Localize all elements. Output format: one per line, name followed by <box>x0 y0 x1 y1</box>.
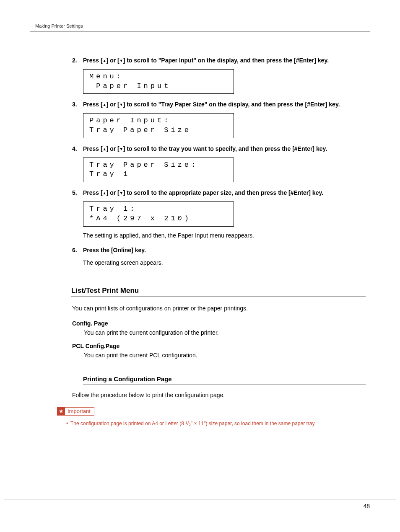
content-area: 2. Press [▲] or [▼] to scroll to "Paper … <box>72 57 366 427</box>
t: ] to scroll to "Paper Input" on the disp… <box>123 57 329 64</box>
subsection-heading: Printing a Configuration Page <box>83 375 366 385</box>
header-rule <box>30 31 370 31</box>
term-desc: You can print the current PCL configurat… <box>84 352 366 359</box>
step-number: 5. <box>72 189 83 196</box>
step-number: 4. <box>72 145 83 152</box>
lcd-display: Paper Input: Tray Paper Size <box>83 113 234 138</box>
step-instruction: 5. Press [▲] or [▼] to scroll to the app… <box>72 189 366 197</box>
step-6: 6. Press the [Online] key. The operating… <box>72 246 366 267</box>
t: The configuration page is printed on A4 … <box>70 421 185 426</box>
t: ] or [ <box>106 101 119 108</box>
term: PCL Config.Page <box>72 343 366 349</box>
up-triangle-icon: ▲ <box>103 191 106 195</box>
step-text: Press the [Online] key. <box>83 246 366 255</box>
up-triangle-icon: ▲ <box>103 147 106 151</box>
step-2: 2. Press [▲] or [▼] to scroll to "Paper … <box>72 57 366 94</box>
step-text: Press [▲] or [▼] to scroll to the approp… <box>83 189 366 197</box>
step-5: 5. Press [▲] or [▼] to scroll to the app… <box>72 189 366 240</box>
down-triangle-icon: ▼ <box>119 191 123 195</box>
page-container: Making Printer Settings 2. Press [▲] or … <box>0 0 400 444</box>
step-number: 2. <box>72 57 83 64</box>
term: Config. Page <box>72 320 366 327</box>
step-result: The operating screen appears. <box>83 259 366 267</box>
step-text: Press [▲] or [▼] to scroll to "Tray Pape… <box>83 101 366 109</box>
important-note: • The configuration page is printed on A… <box>64 420 366 428</box>
t: Press [ <box>83 101 103 108</box>
t: ] to scroll to "Tray Paper Size" on the … <box>123 101 340 108</box>
lcd-display: Tray Paper Size: Tray 1 <box>83 158 234 183</box>
t: Press [ <box>83 189 103 196</box>
lcd-display: Menu: Paper Input <box>83 69 234 94</box>
note-text: The configuration page is printed on A4 … <box>70 420 366 428</box>
step-text: Press [▲] or [▼] to scroll to the tray y… <box>83 145 366 153</box>
down-triangle-icon: ▼ <box>119 103 123 107</box>
step-instruction: 2. Press [▲] or [▼] to scroll to "Paper … <box>72 57 366 65</box>
t: ] to scroll to the appropriate paper siz… <box>123 189 323 196</box>
lcd-display: Tray 1: *A4 (297 x 210) <box>83 201 234 227</box>
step-text: Press [▲] or [▼] to scroll to "Paper Inp… <box>83 57 366 65</box>
t: Press [ <box>83 145 103 152</box>
important-label: Important <box>65 408 94 415</box>
bullet-icon: • <box>64 420 70 428</box>
t: ] or [ <box>106 189 119 196</box>
page-number: 48 <box>363 503 370 509</box>
section-heading: List/Test Print Menu <box>71 287 366 297</box>
t: ] or [ <box>106 57 119 64</box>
header-title: Making Printer Settings <box>35 23 370 28</box>
step-instruction: 6. Press the [Online] key. <box>72 246 366 255</box>
term-desc: You can print the current configuration … <box>84 329 366 336</box>
step-4: 4. Press [▲] or [▼] to scroll to the tra… <box>72 145 366 182</box>
step-result: The setting is applied, and then, the Pa… <box>83 232 366 240</box>
t: Press [ <box>83 57 103 64</box>
step-number: 6. <box>72 247 83 253</box>
down-triangle-icon: ▼ <box>119 59 123 63</box>
t: " × 11") size paper, so load them in the… <box>191 421 316 426</box>
down-triangle-icon: ▼ <box>119 147 123 151</box>
t: ] or [ <box>106 145 119 152</box>
up-triangle-icon: ▲ <box>103 103 106 107</box>
subsection-intro: Follow the procedure below to print the … <box>72 391 366 400</box>
t: ] to scroll to the tray you want to spec… <box>123 145 327 152</box>
star-icon: ★ <box>57 408 65 415</box>
step-instruction: 3. Press [▲] or [▼] to scroll to "Tray P… <box>72 101 366 109</box>
step-instruction: 4. Press [▲] or [▼] to scroll to the tra… <box>72 145 366 153</box>
step-number: 3. <box>72 101 83 108</box>
up-triangle-icon: ▲ <box>103 59 106 63</box>
section-intro: You can print lists of configurations on… <box>72 305 366 313</box>
step-3: 3. Press [▲] or [▼] to scroll to "Tray P… <box>72 101 366 138</box>
footer-rule <box>4 499 396 499</box>
important-callout: ★ Important <box>57 407 94 416</box>
